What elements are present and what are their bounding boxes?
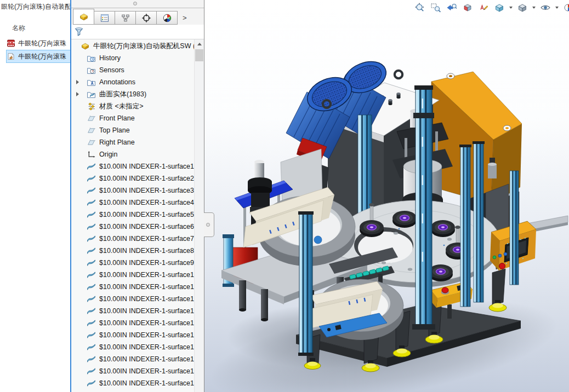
tree-item[interactable]: Right Plane bbox=[71, 136, 195, 148]
featuremanager-panel: > 牛眼轮(万向滚珠)自动装配机SW (DeHistorySensorsAnno… bbox=[70, 0, 204, 392]
tree-item[interactable]: $10.00IN INDEXER-1-surface1 bbox=[71, 293, 195, 305]
section-view-icon bbox=[462, 2, 473, 13]
history-icon bbox=[87, 54, 96, 63]
displaymanager-tab[interactable] bbox=[156, 11, 178, 25]
manager-tabs: > bbox=[71, 8, 204, 25]
previous-view-button[interactable] bbox=[446, 2, 458, 14]
extrusion-column[interactable] bbox=[358, 115, 372, 216]
tree-item[interactable]: $10.00IN INDEXER-1-surface1 bbox=[71, 341, 195, 353]
assembly-model[interactable] bbox=[204, 0, 569, 392]
surface-icon bbox=[87, 234, 96, 244]
feature-tree: 牛眼轮(万向滚珠)自动装配机SW (DeHistorySensorsAnnota… bbox=[71, 39, 204, 392]
explorer-window: 眼轮(万向滚珠)自动装配 名称 牛眼轮(万向滚珠 牛眼轮(万向滚珠 bbox=[0, 0, 72, 392]
hide-show-items-button[interactable] bbox=[539, 2, 551, 14]
surface-icon bbox=[87, 258, 96, 268]
edrawings-file-icon bbox=[7, 52, 15, 61]
tree-item[interactable]: $10.00IN INDEXER-1-surface1 bbox=[71, 389, 195, 392]
tree-item[interactable]: $10.00IN INDEXER-1-surface1 bbox=[71, 353, 195, 365]
tree-filter-bar[interactable] bbox=[71, 25, 204, 39]
hide-show-items-icon bbox=[540, 2, 551, 13]
tree-item[interactable]: $10.00IN INDEXER-1-surface1 bbox=[71, 160, 195, 172]
more-tabs-arrow[interactable]: > bbox=[183, 14, 187, 21]
tree-item[interactable]: $10.00IN INDEXER-1-surface1 bbox=[71, 377, 195, 389]
display-style-button[interactable] bbox=[516, 2, 528, 14]
section-view-button[interactable] bbox=[462, 2, 474, 14]
scrollbar-thumb[interactable] bbox=[195, 49, 203, 61]
annotations-icon bbox=[87, 78, 96, 87]
tree-item-label: $10.00IN INDEXER-1-surface7 bbox=[99, 235, 194, 243]
configurationmanager-tab[interactable] bbox=[115, 11, 136, 25]
tree-item[interactable]: $10.00IN INDEXER-1-surface3 bbox=[71, 185, 195, 197]
tree-item[interactable]: $10.00IN INDEXER-1-surface9 bbox=[71, 257, 195, 269]
panel-top-splitter[interactable] bbox=[71, 0, 204, 8]
tree-item-label: $10.00IN INDEXER-1-surface9 bbox=[99, 259, 194, 267]
emergency-stop-button bbox=[442, 287, 448, 293]
heads-up-view-toolbar bbox=[414, 1, 569, 14]
tree-item[interactable]: History bbox=[71, 52, 195, 64]
zoom-to-area-icon bbox=[430, 2, 441, 13]
tree-item[interactable]: Annotations bbox=[71, 76, 195, 88]
tree-item[interactable]: $10.00IN INDEXER-1-surface8 bbox=[71, 245, 195, 257]
graphics-viewport[interactable] bbox=[204, 0, 569, 392]
surface-icon bbox=[87, 270, 96, 280]
tree-item[interactable]: $10.00IN INDEXER-1-surface4 bbox=[71, 197, 195, 209]
tree-item[interactable]: $10.00IN INDEXER-1-surface1 bbox=[71, 317, 195, 329]
tree-item[interactable]: $10.00IN INDEXER-1-surface5 bbox=[71, 209, 195, 221]
tree-item[interactable]: $10.00IN INDEXER-1-surface1 bbox=[71, 365, 195, 377]
tree-scrollbar[interactable] bbox=[194, 39, 204, 392]
view-orientation-dropdown-caret[interactable] bbox=[509, 7, 513, 9]
display-style-dropdown-caret[interactable] bbox=[532, 7, 536, 9]
tree-item-label: Origin bbox=[99, 151, 117, 158]
tree-item[interactable]: $10.00IN INDEXER-1-surface1 bbox=[71, 329, 195, 341]
tree-item[interactable]: $10.00IN INDEXER-1-surface7 bbox=[71, 233, 195, 245]
green-button bbox=[493, 256, 496, 259]
tree-item-label: Right Plane bbox=[99, 139, 135, 146]
dimxpertmanager-tab[interactable] bbox=[135, 11, 157, 25]
dynamic-annotation-views-button[interactable] bbox=[477, 2, 490, 14]
view-orientation-icon bbox=[494, 2, 505, 13]
splitter-handle-dot[interactable] bbox=[133, 2, 137, 5]
scroll-up-button[interactable] bbox=[195, 39, 204, 49]
surface-icon bbox=[87, 186, 96, 195]
hide-show-items-dropdown-caret[interactable] bbox=[555, 7, 559, 9]
name-column-header[interactable]: 名称 bbox=[12, 24, 25, 33]
surface-icon bbox=[87, 174, 96, 183]
dynamic-annotation-views-icon bbox=[478, 2, 489, 13]
expand-arrow-icon[interactable] bbox=[76, 80, 79, 84]
view-orientation-button[interactable] bbox=[493, 2, 505, 14]
edit-appearance-button[interactable] bbox=[562, 2, 569, 14]
surface-icon bbox=[87, 343, 96, 352]
tree-item[interactable]: Top Plane bbox=[71, 124, 195, 136]
tree-item[interactable]: Sensors bbox=[71, 64, 195, 76]
tree-item[interactable]: Front Plane bbox=[71, 112, 195, 124]
surface-icon bbox=[87, 307, 96, 316]
propertymanager-tab[interactable] bbox=[94, 11, 115, 25]
tree-item[interactable]: Origin bbox=[71, 148, 195, 160]
zoom-to-fit-button[interactable] bbox=[414, 2, 426, 14]
expand-arrow-icon[interactable] bbox=[76, 92, 79, 96]
tree-item[interactable]: $10.00IN INDEXER-1-surface2 bbox=[71, 172, 195, 185]
tree-item-label: $10.00IN INDEXER-1-surface1 bbox=[99, 367, 194, 375]
tree-item[interactable]: $10.00IN INDEXER-1-surface1 bbox=[71, 305, 195, 317]
tree-item-label: $10.00IN INDEXER-1-surface1 bbox=[99, 319, 194, 327]
surface-icon bbox=[87, 319, 96, 328]
tree-item[interactable]: $10.00IN INDEXER-1-surface1 bbox=[71, 281, 195, 293]
solidworks-file-icon bbox=[7, 39, 15, 48]
display-icon bbox=[162, 13, 173, 23]
tree-item[interactable]: 材质 <未指定> bbox=[71, 100, 195, 112]
tree-item-label: $10.00IN INDEXER-1-surface2 bbox=[99, 175, 194, 182]
proplist-icon bbox=[99, 13, 110, 23]
tree-item-label: $10.00IN INDEXER-1-surface1 bbox=[99, 355, 194, 363]
extrusion-column-center[interactable] bbox=[412, 85, 435, 330]
extrusion-column-hmi[interactable] bbox=[510, 171, 519, 285]
tree-item[interactable]: $10.00IN INDEXER-1-surface6 bbox=[71, 221, 195, 233]
surface-icon bbox=[87, 198, 96, 207]
tree-item[interactable]: 曲面实体(1983) bbox=[71, 88, 195, 100]
extrusion-column-front-left[interactable] bbox=[298, 211, 314, 356]
filter-funnel-icon bbox=[74, 27, 84, 37]
featuremanager-tab[interactable] bbox=[73, 9, 94, 25]
panel-side-splitter[interactable] bbox=[204, 212, 214, 237]
tree-root-item[interactable]: 牛眼轮(万向滚珠)自动装配机SW (De bbox=[71, 40, 195, 52]
tree-item[interactable]: $10.00IN INDEXER-1-surface1 bbox=[71, 269, 195, 281]
zoom-to-area-button[interactable] bbox=[430, 2, 442, 14]
